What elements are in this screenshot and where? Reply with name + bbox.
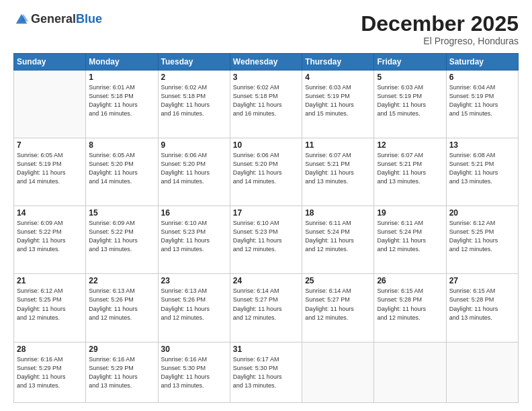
calendar-cell: 23Sunrise: 6:13 AMSunset: 5:26 PMDayligh… bbox=[158, 274, 230, 342]
calendar-week-row-0: 1Sunrise: 6:01 AMSunset: 5:18 PMDaylight… bbox=[14, 71, 519, 138]
day-info: Sunrise: 6:16 AMSunset: 5:29 PMDaylight:… bbox=[17, 355, 83, 390]
col-friday: Friday bbox=[374, 54, 446, 71]
day-info: Sunrise: 6:03 AMSunset: 5:19 PMDaylight:… bbox=[377, 83, 443, 118]
day-number: 21 bbox=[17, 276, 83, 285]
calendar-cell: 19Sunrise: 6:11 AMSunset: 5:24 PMDayligh… bbox=[374, 206, 446, 274]
calendar-cell: 30Sunrise: 6:16 AMSunset: 5:30 PMDayligh… bbox=[158, 342, 230, 403]
day-number: 20 bbox=[449, 208, 515, 218]
title-month: December 2025 bbox=[361, 12, 519, 36]
day-number: 17 bbox=[233, 208, 299, 218]
calendar-cell: 20Sunrise: 6:12 AMSunset: 5:25 PMDayligh… bbox=[446, 206, 518, 274]
calendar-cell: 22Sunrise: 6:13 AMSunset: 5:26 PMDayligh… bbox=[86, 274, 158, 342]
calendar-cell: 8Sunrise: 6:05 AMSunset: 5:20 PMDaylight… bbox=[86, 138, 158, 206]
day-info: Sunrise: 6:05 AMSunset: 5:19 PMDaylight:… bbox=[17, 151, 83, 186]
day-info: Sunrise: 6:08 AMSunset: 5:21 PMDaylight:… bbox=[449, 151, 515, 186]
calendar-cell: 11Sunrise: 6:07 AMSunset: 5:21 PMDayligh… bbox=[302, 138, 374, 206]
day-number: 3 bbox=[233, 73, 299, 82]
day-number: 5 bbox=[377, 73, 443, 82]
calendar-cell: 21Sunrise: 6:12 AMSunset: 5:25 PMDayligh… bbox=[14, 274, 86, 342]
day-number: 31 bbox=[233, 345, 299, 354]
col-wednesday: Wednesday bbox=[230, 54, 302, 71]
day-info: Sunrise: 6:09 AMSunset: 5:22 PMDaylight:… bbox=[17, 219, 83, 254]
day-number: 22 bbox=[89, 276, 154, 285]
header: GeneralBlue December 2025 El Progreso, H… bbox=[13, 12, 519, 46]
calendar-cell bbox=[446, 342, 518, 403]
day-info: Sunrise: 6:16 AMSunset: 5:29 PMDaylight:… bbox=[89, 355, 154, 390]
calendar-cell: 5Sunrise: 6:03 AMSunset: 5:19 PMDaylight… bbox=[374, 71, 446, 138]
calendar-cell: 9Sunrise: 6:06 AMSunset: 5:20 PMDaylight… bbox=[158, 138, 230, 206]
calendar-cell bbox=[374, 342, 446, 403]
calendar-cell: 10Sunrise: 6:06 AMSunset: 5:20 PMDayligh… bbox=[230, 138, 302, 206]
calendar-header-row: Sunday Monday Tuesday Wednesday Thursday… bbox=[14, 54, 519, 71]
day-number: 26 bbox=[377, 276, 443, 285]
day-info: Sunrise: 6:14 AMSunset: 5:27 PMDaylight:… bbox=[233, 287, 299, 322]
calendar-cell bbox=[302, 342, 374, 403]
col-monday: Monday bbox=[86, 54, 158, 71]
logo: GeneralBlue bbox=[13, 12, 102, 26]
day-info: Sunrise: 6:02 AMSunset: 5:18 PMDaylight:… bbox=[233, 83, 299, 118]
col-sunday: Sunday bbox=[14, 54, 86, 71]
calendar-week-row-3: 21Sunrise: 6:12 AMSunset: 5:25 PMDayligh… bbox=[14, 274, 519, 342]
title-location: El Progreso, Honduras bbox=[361, 36, 519, 46]
calendar-cell: 15Sunrise: 6:09 AMSunset: 5:22 PMDayligh… bbox=[86, 206, 158, 274]
calendar-week-row-2: 14Sunrise: 6:09 AMSunset: 5:22 PMDayligh… bbox=[14, 206, 519, 274]
day-number: 28 bbox=[17, 345, 83, 354]
day-number: 25 bbox=[305, 276, 371, 285]
day-number: 4 bbox=[305, 73, 371, 82]
calendar-cell: 3Sunrise: 6:02 AMSunset: 5:18 PMDaylight… bbox=[230, 71, 302, 138]
day-number: 27 bbox=[449, 276, 515, 285]
calendar-cell: 18Sunrise: 6:11 AMSunset: 5:24 PMDayligh… bbox=[302, 206, 374, 274]
day-number: 13 bbox=[449, 140, 515, 150]
calendar-week-row-4: 28Sunrise: 6:16 AMSunset: 5:29 PMDayligh… bbox=[14, 342, 519, 403]
calendar-cell: 27Sunrise: 6:15 AMSunset: 5:28 PMDayligh… bbox=[446, 274, 518, 342]
day-info: Sunrise: 6:02 AMSunset: 5:18 PMDaylight:… bbox=[161, 83, 227, 118]
calendar-week-row-1: 7Sunrise: 6:05 AMSunset: 5:19 PMDaylight… bbox=[14, 138, 519, 206]
day-info: Sunrise: 6:17 AMSunset: 5:30 PMDaylight:… bbox=[233, 355, 299, 390]
day-info: Sunrise: 6:11 AMSunset: 5:24 PMDaylight:… bbox=[305, 219, 371, 254]
day-number: 7 bbox=[17, 140, 83, 150]
calendar-cell: 13Sunrise: 6:08 AMSunset: 5:21 PMDayligh… bbox=[446, 138, 518, 206]
day-number: 12 bbox=[377, 140, 443, 150]
day-number: 8 bbox=[89, 140, 154, 150]
title-block: December 2025 El Progreso, Honduras bbox=[361, 12, 519, 46]
calendar-cell: 2Sunrise: 6:02 AMSunset: 5:18 PMDaylight… bbox=[158, 71, 230, 138]
calendar-cell: 28Sunrise: 6:16 AMSunset: 5:29 PMDayligh… bbox=[14, 342, 86, 403]
day-info: Sunrise: 6:13 AMSunset: 5:26 PMDaylight:… bbox=[161, 287, 227, 322]
calendar-cell: 16Sunrise: 6:10 AMSunset: 5:23 PMDayligh… bbox=[158, 206, 230, 274]
day-info: Sunrise: 6:10 AMSunset: 5:23 PMDaylight:… bbox=[233, 219, 299, 254]
day-info: Sunrise: 6:07 AMSunset: 5:21 PMDaylight:… bbox=[305, 151, 371, 186]
page: GeneralBlue December 2025 El Progreso, H… bbox=[0, 0, 532, 411]
day-number: 30 bbox=[161, 345, 227, 354]
day-info: Sunrise: 6:12 AMSunset: 5:25 PMDaylight:… bbox=[449, 219, 515, 254]
calendar-cell: 12Sunrise: 6:07 AMSunset: 5:21 PMDayligh… bbox=[374, 138, 446, 206]
day-number: 24 bbox=[233, 276, 299, 285]
calendar-cell: 26Sunrise: 6:15 AMSunset: 5:28 PMDayligh… bbox=[374, 274, 446, 342]
calendar-cell: 6Sunrise: 6:04 AMSunset: 5:19 PMDaylight… bbox=[446, 71, 518, 138]
logo-blue: Blue bbox=[76, 12, 102, 26]
day-info: Sunrise: 6:15 AMSunset: 5:28 PMDaylight:… bbox=[449, 287, 515, 322]
calendar-cell bbox=[14, 71, 86, 138]
day-info: Sunrise: 6:12 AMSunset: 5:25 PMDaylight:… bbox=[17, 287, 83, 322]
day-info: Sunrise: 6:05 AMSunset: 5:20 PMDaylight:… bbox=[89, 151, 154, 186]
day-info: Sunrise: 6:16 AMSunset: 5:30 PMDaylight:… bbox=[161, 355, 227, 390]
day-info: Sunrise: 6:14 AMSunset: 5:27 PMDaylight:… bbox=[305, 287, 371, 322]
day-info: Sunrise: 6:01 AMSunset: 5:18 PMDaylight:… bbox=[89, 83, 154, 118]
day-number: 15 bbox=[89, 208, 154, 218]
day-number: 23 bbox=[161, 276, 227, 285]
day-info: Sunrise: 6:13 AMSunset: 5:26 PMDaylight:… bbox=[89, 287, 154, 322]
calendar-table: Sunday Monday Tuesday Wednesday Thursday… bbox=[13, 53, 519, 403]
col-tuesday: Tuesday bbox=[158, 54, 230, 71]
day-number: 1 bbox=[89, 73, 154, 82]
day-number: 10 bbox=[233, 140, 299, 150]
day-number: 14 bbox=[17, 208, 83, 218]
day-number: 16 bbox=[161, 208, 227, 218]
day-info: Sunrise: 6:07 AMSunset: 5:21 PMDaylight:… bbox=[377, 151, 443, 186]
day-info: Sunrise: 6:04 AMSunset: 5:19 PMDaylight:… bbox=[449, 83, 515, 118]
calendar-cell: 14Sunrise: 6:09 AMSunset: 5:22 PMDayligh… bbox=[14, 206, 86, 274]
day-info: Sunrise: 6:09 AMSunset: 5:22 PMDaylight:… bbox=[89, 219, 154, 254]
day-info: Sunrise: 6:06 AMSunset: 5:20 PMDaylight:… bbox=[233, 151, 299, 186]
logo-icon bbox=[15, 13, 28, 26]
day-number: 6 bbox=[449, 73, 515, 82]
day-info: Sunrise: 6:11 AMSunset: 5:24 PMDaylight:… bbox=[377, 219, 443, 254]
day-number: 29 bbox=[89, 345, 154, 354]
